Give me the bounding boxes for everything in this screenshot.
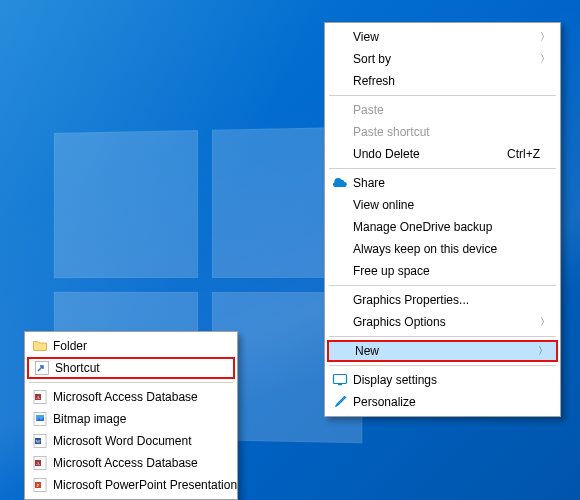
chevron-right-icon: 〉 — [540, 52, 550, 66]
word-doc-icon: W — [32, 433, 48, 449]
submenu-item-shortcut[interactable]: Shortcut — [27, 357, 235, 379]
submenu-item-access-database-2[interactable]: A Microsoft Access Database — [27, 452, 235, 474]
menu-item-new[interactable]: New 〉 — [327, 340, 558, 362]
new-submenu: Folder Shortcut A Microsoft Access Datab… — [24, 331, 238, 500]
menu-item-view-online[interactable]: View online — [327, 194, 558, 216]
access-db-icon: A — [32, 389, 48, 405]
menu-item-label: New — [355, 344, 379, 358]
powerpoint-icon: P — [32, 477, 48, 493]
bitmap-image-icon — [32, 411, 48, 427]
menu-item-label: Paste — [353, 103, 384, 117]
menu-item-graphics-options[interactable]: Graphics Options 〉 — [327, 311, 558, 333]
submenu-item-label: Shortcut — [55, 361, 100, 375]
menu-item-personalize[interactable]: Personalize — [327, 391, 558, 413]
submenu-item-access-database[interactable]: A Microsoft Access Database — [27, 386, 235, 408]
menu-item-always-keep[interactable]: Always keep on this device — [327, 238, 558, 260]
menu-item-paste: Paste — [327, 99, 558, 121]
menu-item-label: Paste shortcut — [353, 125, 430, 139]
menu-item-label: Graphics Options — [353, 315, 446, 329]
menu-item-label: Free up space — [353, 264, 430, 278]
menu-item-undo-delete[interactable]: Undo Delete Ctrl+Z — [327, 143, 558, 165]
menu-item-sort-by[interactable]: Sort by 〉 — [327, 48, 558, 70]
menu-item-label: View online — [353, 198, 414, 212]
menu-separator — [329, 168, 556, 169]
menu-item-paste-shortcut: Paste shortcut — [327, 121, 558, 143]
menu-separator — [29, 382, 233, 383]
submenu-item-label: Folder — [53, 339, 87, 353]
menu-item-label: Share — [353, 176, 385, 190]
personalize-icon — [332, 394, 348, 410]
menu-item-graphics-properties[interactable]: Graphics Properties... — [327, 289, 558, 311]
svg-text:P: P — [37, 483, 40, 488]
shortcut-icon — [34, 360, 50, 376]
submenu-item-label: Microsoft PowerPoint Presentation — [53, 478, 237, 492]
chevron-right-icon: 〉 — [538, 344, 548, 358]
menu-item-label: Personalize — [353, 395, 416, 409]
menu-separator — [329, 285, 556, 286]
menu-item-refresh[interactable]: Refresh — [327, 70, 558, 92]
chevron-right-icon: 〉 — [540, 30, 550, 44]
menu-item-shortcut: Ctrl+Z — [507, 147, 550, 161]
submenu-item-label: Bitmap image — [53, 412, 126, 426]
menu-item-view[interactable]: View 〉 — [327, 26, 558, 48]
cloud-share-icon — [332, 175, 348, 191]
menu-item-free-up-space[interactable]: Free up space — [327, 260, 558, 282]
chevron-right-icon: 〉 — [540, 315, 550, 329]
svg-text:W: W — [36, 439, 41, 444]
submenu-item-powerpoint[interactable]: P Microsoft PowerPoint Presentation — [27, 474, 235, 496]
menu-item-display-settings[interactable]: Display settings — [327, 369, 558, 391]
svg-rect-2 — [36, 362, 49, 375]
menu-item-label: Display settings — [353, 373, 437, 387]
menu-item-label: Refresh — [353, 74, 395, 88]
menu-item-label: View — [353, 30, 379, 44]
submenu-item-label: Microsoft Word Document — [53, 434, 192, 448]
submenu-item-label: Microsoft Access Database — [53, 390, 198, 404]
menu-separator — [329, 365, 556, 366]
svg-rect-0 — [334, 375, 347, 384]
svg-text:A: A — [36, 395, 40, 400]
desktop-context-menu: View 〉 Sort by 〉 Refresh Paste Paste sho… — [324, 22, 561, 417]
menu-item-manage-onedrive[interactable]: Manage OneDrive backup — [327, 216, 558, 238]
display-icon — [332, 372, 348, 388]
menu-item-label: Manage OneDrive backup — [353, 220, 492, 234]
access-db-icon: A — [32, 455, 48, 471]
submenu-item-word-document[interactable]: W Microsoft Word Document — [27, 430, 235, 452]
menu-item-share[interactable]: Share — [327, 172, 558, 194]
menu-item-label: Sort by — [353, 52, 391, 66]
menu-item-label: Always keep on this device — [353, 242, 497, 256]
submenu-item-bitmap-image[interactable]: Bitmap image — [27, 408, 235, 430]
menu-item-label: Graphics Properties... — [353, 293, 469, 307]
submenu-item-folder[interactable]: Folder — [27, 335, 235, 357]
folder-icon — [32, 338, 48, 354]
svg-rect-1 — [338, 384, 342, 385]
svg-text:A: A — [36, 461, 40, 466]
submenu-item-label: Microsoft Access Database — [53, 456, 198, 470]
menu-item-label: Undo Delete — [353, 147, 420, 161]
menu-separator — [329, 336, 556, 337]
menu-separator — [329, 95, 556, 96]
